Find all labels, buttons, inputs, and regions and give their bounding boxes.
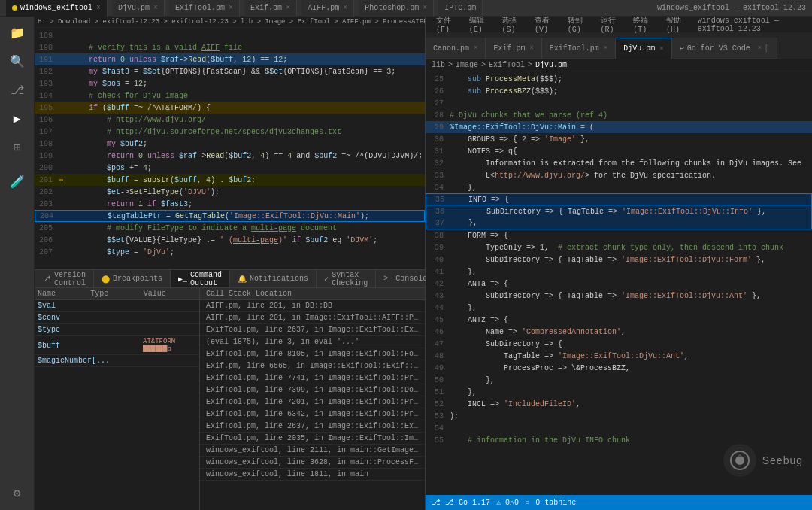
code-line-193: 193 my $pos = 12; — [35, 77, 425, 90]
right-tab-canon[interactable]: Canon.pm × — [426, 38, 486, 59]
callstack-item-0[interactable]: AIFF.pm, line 201, in DB::DB — [200, 300, 425, 312]
tab-syntax-checking[interactable]: ✓ Syntax Checking — [317, 270, 376, 287]
status-tabnine: 0 tabnine — [535, 499, 576, 507]
var-row-val: $val — [35, 300, 199, 312]
window-title-right: windows_exiftool — exiftool-12.23 — [698, 17, 806, 33]
rcode-line-25: 25 sub ProcessMeta($$$); — [426, 73, 812, 85]
rcode-line-53: 53 ); — [426, 410, 812, 422]
rcode-line-27: 27 — [426, 97, 812, 109]
callstack-item-1[interactable]: AIFF.pm, line 201, in Image::ExifTool::A… — [200, 312, 425, 324]
window-title: windows_exiftool — exiftool-12.23 — [657, 4, 806, 12]
tab-aiff-pm[interactable]: AIFF.pm × — [301, 0, 354, 17]
rcode-line-36: 36 SubDirectory => { TagTable => 'Image:… — [426, 205, 812, 217]
rcode-line-51: 51 }, — [426, 386, 812, 398]
rcode-line-35: 35 INFO => { — [426, 193, 812, 205]
code-line-198: 198 my $buf2; — [35, 138, 425, 150]
seebug-text: Seebug — [762, 454, 803, 466]
rcode-line-52: 52 INCL => 'IncludedFileID', — [426, 398, 812, 410]
tab-djvu-pm[interactable]: DjVu.pm × — [112, 0, 165, 17]
right-tab-djvu[interactable]: DjVu.pm × — [616, 38, 671, 59]
rcode-line-39: 39 TypeOnly => 1, # extract chunk type o… — [426, 241, 812, 253]
var-row-buff: $buff AT&TFORM ██████b — [35, 336, 199, 355]
callstack-pane: Call Stack Location AIFF.pm, line 201, i… — [200, 288, 425, 510]
callstack-item-5[interactable]: Exif.pm, line 6565, in Image::ExifTool::… — [200, 360, 425, 372]
right-tab-exiftool[interactable]: ExifTool.pm × — [542, 38, 616, 59]
rcode-line-54: 54 — [426, 422, 812, 434]
tab-iptc-pm[interactable]: IPTC.pm — [438, 0, 483, 17]
code-line-194: 194 # check for DjVu image — [35, 90, 425, 102]
code-line-201: 201 ⇒ $buff = substr($buff, 4) . $buf2; — [35, 174, 425, 186]
rcode-line-38: 38 FORM => { — [426, 229, 812, 241]
vars-header: Name Type Value — [35, 288, 199, 300]
code-line-192: 192 my $fast3 = $$et{OPTIONS}{FastScan} … — [35, 65, 425, 77]
menu-select[interactable]: 选择(S) — [497, 15, 527, 34]
code-line-190: 190 # verify this is a valid AIFF file — [35, 41, 425, 53]
callstack-item-11[interactable]: ExifTool.pm, line 2035, in Image::ExifTo… — [200, 433, 425, 445]
tab-windows-exiftool[interactable]: windows_exiftool × — [6, 0, 108, 17]
tab-exiftool-pm-left[interactable]: ExifTool.pm × — [169, 0, 240, 17]
rcode-line-46: 46 Name => 'CompressedAnnotation', — [426, 326, 812, 338]
tab-photoshop-pm[interactable]: Photoshop.pm × — [359, 0, 434, 17]
callstack-item-12[interactable]: windows_exiftool, line 2111, in main::Ge… — [200, 445, 425, 457]
code-line-195: 195 if ($buff =~ /^AT&TFORM/) { — [35, 102, 425, 114]
callstack-item-6[interactable]: ExifTool.pm, line 7741, in Image::ExifTo… — [200, 372, 425, 384]
callstack-item-8[interactable]: ExifTool.pm, line 7201, in Image::ExifTo… — [200, 396, 425, 408]
tab-version-control[interactable]: ⎇ Version Control — [35, 270, 94, 287]
menu-goto[interactable]: 转到(G) — [563, 15, 593, 34]
callstack-header: Call Stack Location — [200, 288, 425, 300]
remote-icon[interactable]: 🧪 — [4, 168, 31, 196]
tab-exif-pm[interactable]: Exif.pm × — [244, 0, 297, 17]
rcode-line-41: 41 }, — [426, 266, 812, 278]
callstack-item-2[interactable]: ExifTool.pm, line 2637, in Image::ExifTo… — [200, 324, 425, 336]
source-control-icon[interactable]: ⎇ — [4, 77, 31, 104]
seebug-logo: Seebug — [723, 444, 803, 477]
search-icon[interactable]: 🔍 — [4, 48, 31, 75]
code-line-191: 191 return 0 unless $raf->Read($buff, 12… — [35, 53, 425, 65]
callstack-item-9[interactable]: ExifTool.pm, line 6342, in Image::ExifTo… — [200, 408, 425, 420]
callstack-item-4[interactable]: ExifTool.pm, line 8105, in Image::ExifTo… — [200, 348, 425, 360]
var-row-type: $type — [35, 324, 199, 336]
code-line-206: 206 $$et{VALUE}{FileType} .= ' (multi-pa… — [35, 234, 425, 246]
menu-help[interactable]: 帮助(H) — [662, 15, 692, 34]
activity-bar: 📁 🔍 ⎇ ▶ ⊞ 🧪 ⚙ — [0, 17, 35, 510]
extensions-icon[interactable]: ⊞ — [4, 134, 31, 161]
code-line-203: 203 return 1 if $fast3; — [35, 198, 425, 210]
code-line-199: 199 return 0 unless $raf->Read($buf2, 4)… — [35, 150, 425, 162]
run-debug-icon[interactable]: ▶ — [4, 105, 31, 132]
var-row-conv: $conv — [35, 312, 199, 324]
rcode-line-33: 33 L<http://www.djvu.org/> for the DjVu … — [426, 169, 812, 181]
code-line-204: 204 $tagTablePtr = GetTagTable('Image::E… — [35, 210, 425, 222]
code-line-189: 189 — [35, 29, 425, 41]
callstack-item-10[interactable]: ExifTool.pm, line 2637, in Image::ExifTo… — [200, 420, 425, 433]
menu-view[interactable]: 查看(V) — [530, 15, 560, 34]
right-tab-govsext[interactable]: ↩ Go for VS Code × ‖ — [672, 38, 777, 59]
settings-icon[interactable]: ⚙ — [4, 480, 31, 507]
menu-terminal[interactable]: 终端(T) — [629, 15, 659, 34]
status-circle: ○ — [525, 499, 529, 507]
callstack-item-3[interactable]: (eval 1875), line 3, in eval '...' — [200, 336, 425, 348]
menu-run[interactable]: 运行(R) — [596, 15, 626, 34]
right-tab-exif[interactable]: Exif.pm × — [486, 38, 541, 59]
status-branch[interactable]: ⎇ ⎇ Go 1.17 — [432, 498, 490, 507]
rcode-line-48: 48 TagTable => 'Image::ExifTool::DjVu::A… — [426, 350, 812, 362]
rcode-line-40: 40 SubDirectory => { TagTable => 'Image:… — [426, 253, 812, 266]
tab-notifications[interactable]: 🔔 Notifications — [230, 270, 317, 287]
menu-edit[interactable]: 编辑(E) — [465, 15, 495, 34]
tab-command-output[interactable]: ▶_ Command Output — [171, 270, 230, 287]
status-errors[interactable]: ⚠ 0△0 — [496, 498, 519, 507]
rcode-line-26: 26 sub ProcessBZZ($$$); — [426, 85, 812, 97]
menu-file[interactable]: 文件(F) — [432, 15, 462, 34]
callstack-item-14[interactable]: windows_exiftool, line 1811, in main — [200, 469, 425, 481]
callstack-item-7[interactable]: ExifTool.pm, line 7399, in Image::ExifTo… — [200, 384, 425, 396]
tab-breakpoints[interactable]: ⬤ Breakpoints — [94, 270, 171, 287]
rcode-line-32: 32 Information is extracted from the fol… — [426, 157, 812, 169]
panel-tabs: ⎇ Version Control ⬤ Breakpoints ▶_ Comma… — [35, 270, 425, 288]
vscode-editor-tabs: Canon.pm × Exif.pm × ExifTool.pm × DjVu.… — [426, 33, 812, 59]
callstack-item-13[interactable]: windows_exiftool, line 3628, in main::Pr… — [200, 457, 425, 469]
vscode-menubar: 文件(F) 编辑(E) 选择(S) 查看(V) 转到(G) 运行(R) 终端(T… — [426, 17, 812, 33]
code-line-200: 200 $pos += 4; — [35, 162, 425, 174]
breadcrumb-right: lib > Image > ExifTool > DjVu.pm — [426, 59, 812, 71]
explorer-icon[interactable]: 📁 — [4, 20, 31, 47]
code-line-207: 207 $type = 'DjVu'; — [35, 246, 425, 258]
rcode-line-30: 30 GROUPS => { 2 => 'Image' }, — [426, 133, 812, 145]
